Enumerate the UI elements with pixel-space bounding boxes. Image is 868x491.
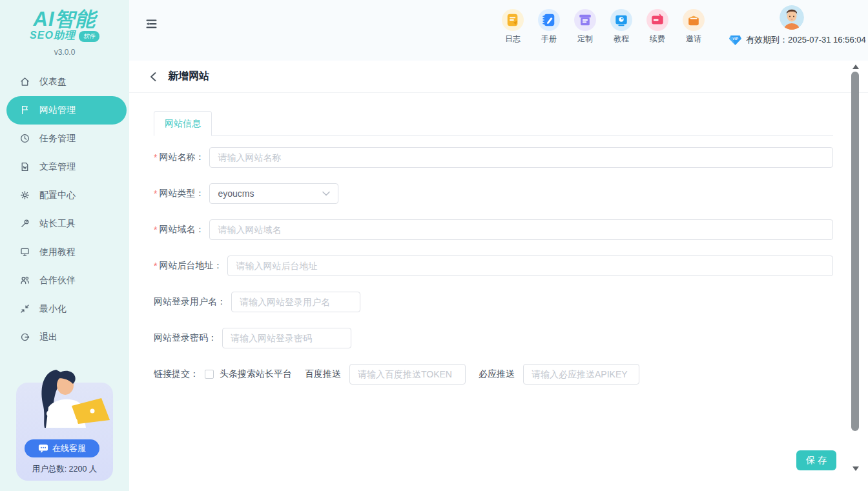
toutiao-checkbox-label: 头条搜索站长平台 [220, 368, 292, 380]
quick-link-custom[interactable]: 定制 [567, 9, 603, 45]
baidu-token-input[interactable] [349, 364, 466, 385]
back-button[interactable] [149, 72, 157, 82]
quick-link-manual[interactable]: 手册 [531, 9, 567, 45]
site-type-label: 网站类型： [159, 188, 204, 199]
quick-link-label: 定制 [567, 34, 603, 45]
sidebar-item-label: 站长工具 [39, 218, 76, 230]
site-domain-label: 网站域名： [159, 224, 204, 235]
form-row-link-submit: 链接提交： 头条搜索站长平台 百度推送 必应推送 [154, 364, 833, 385]
link-submit-label: 链接提交： [154, 368, 199, 380]
login-password-label: 网站登录密码： [154, 332, 217, 344]
scrollbar[interactable] [851, 62, 860, 488]
scrollbar-thumb[interactable] [851, 72, 859, 431]
sidebar-item-label: 仪表盘 [39, 76, 67, 88]
renew-icon [650, 13, 665, 27]
sidebar-item-partners[interactable]: 合作伙伴 [0, 266, 129, 295]
main-area: 日志 手册 定制 教程 续费 邀请 [129, 0, 868, 491]
monitor-icon [19, 246, 30, 257]
login-password-input[interactable] [222, 328, 351, 348]
sidebar-item-minimize[interactable]: 最小化 [0, 295, 129, 323]
custom-icon [578, 13, 592, 27]
site-domain-input[interactable] [209, 219, 833, 240]
quick-link-invite[interactable]: 邀请 [676, 9, 712, 45]
sidebar-item-tasks[interactable]: 任务管理 [0, 125, 129, 153]
quick-link-label: 邀请 [676, 34, 712, 45]
sidebar-item-label: 最小化 [39, 303, 67, 315]
sidebar-nav: 仪表盘 网站管理 任务管理 文章管理 配置中心 站长工具 使用教程 合作伙伴 [0, 68, 129, 352]
site-name-input[interactable] [209, 147, 833, 168]
required-asterisk: * [154, 261, 157, 271]
admin-url-label: 网站后台地址： [159, 260, 222, 272]
site-type-select[interactable]: eyoucms [209, 183, 338, 204]
sidebar-item-label: 退出 [39, 332, 57, 343]
save-button[interactable]: 保 存 [796, 450, 836, 470]
back-chevron-icon [149, 72, 157, 82]
toutiao-checkbox[interactable] [205, 370, 214, 379]
collapse-sidebar-button[interactable] [145, 18, 158, 32]
sidebar-item-tutorial[interactable]: 使用教程 [0, 238, 129, 266]
manual-icon [542, 13, 556, 27]
wrench-icon [19, 218, 30, 229]
tabs-bar: 网站信息 [154, 111, 833, 136]
scrollbar-down-icon[interactable] [852, 466, 859, 471]
form-row-site-domain: * 网站域名： [154, 219, 833, 240]
svg-text:VIP: VIP [732, 37, 738, 41]
customer-service-illustration [17, 368, 112, 445]
home-icon [19, 76, 30, 87]
logout-icon [19, 332, 30, 343]
admin-url-input[interactable] [227, 256, 833, 276]
sidebar-item-label: 网站管理 [39, 105, 76, 116]
invite-icon [687, 13, 701, 27]
chevron-down-icon [322, 191, 330, 196]
login-username-input[interactable] [231, 292, 360, 312]
quick-link-label: 教程 [603, 34, 639, 45]
sidebar-item-articles[interactable]: 文章管理 [0, 153, 129, 181]
quick-link-log[interactable]: 日志 [495, 9, 531, 45]
quick-link-label: 手册 [531, 34, 567, 45]
collapse-menu-icon [145, 18, 158, 30]
quick-link-label: 日志 [495, 34, 531, 45]
sidebar-item-label: 合作伙伴 [39, 275, 76, 286]
site-name-label: 网站名称： [159, 152, 204, 163]
gear-icon [19, 190, 30, 201]
topbar: 日志 手册 定制 教程 续费 邀请 [129, 0, 868, 61]
sidebar-item-label: 文章管理 [39, 161, 76, 173]
chat-icon [38, 444, 48, 454]
sidebar: AI智能 SEO助理 软件 v3.0.0 仪表盘 网站管理 任务管理 文章管理 … [0, 0, 129, 491]
quick-link-tutorial[interactable]: 教程 [603, 9, 639, 45]
sidebar-item-logout[interactable]: 退出 [0, 323, 129, 352]
document-icon [19, 161, 30, 172]
avatar[interactable] [780, 5, 804, 30]
form-row-login-password: 网站登录密码： [154, 328, 833, 348]
logo-subtitle: SEO助理 [30, 29, 76, 43]
required-asterisk: * [154, 225, 157, 235]
quick-link-renew[interactable]: 续费 [639, 9, 676, 45]
sidebar-item-websites[interactable]: 网站管理 [6, 96, 127, 125]
sidebar-item-config[interactable]: 配置中心 [0, 181, 129, 210]
sidebar-item-label: 任务管理 [39, 133, 76, 145]
required-asterisk: * [154, 188, 157, 199]
log-icon [506, 13, 520, 27]
page-title: 新增网站 [168, 70, 209, 83]
content-panel: 新增网站 网站信息 * 网站名称： * 网站类型： eyoucms [129, 61, 868, 491]
validity-text: 有效期到：2025-07-31 16:56:04 [746, 34, 866, 46]
tutorial-icon [614, 13, 628, 27]
sidebar-item-dashboard[interactable]: 仪表盘 [0, 68, 129, 96]
quick-link-label: 续费 [639, 34, 676, 45]
flag-icon [19, 105, 30, 115]
bing-apikey-input[interactable] [523, 364, 639, 385]
sidebar-item-label: 使用教程 [39, 246, 76, 258]
bing-push-label: 必应推送 [479, 368, 515, 380]
scrollbar-up-icon[interactable] [852, 65, 859, 69]
form-row-site-type: * 网站类型： eyoucms [154, 183, 833, 204]
online-service-button[interactable]: 在线客服 [25, 439, 99, 457]
tab-website-info[interactable]: 网站信息 [154, 111, 212, 136]
form-row-admin-url: * 网站后台地址： [154, 256, 833, 276]
vip-badge-icon: VIP [728, 35, 742, 46]
logo-title: AI智能 [0, 9, 129, 30]
baidu-push-label: 百度推送 [305, 368, 341, 380]
page-header: 新增网站 [129, 61, 868, 93]
vip-validity: VIP 有效期到：2025-07-31 16:56:04 [728, 34, 866, 46]
sidebar-item-webmaster-tools[interactable]: 站长工具 [0, 210, 129, 238]
clock-icon [19, 133, 30, 144]
